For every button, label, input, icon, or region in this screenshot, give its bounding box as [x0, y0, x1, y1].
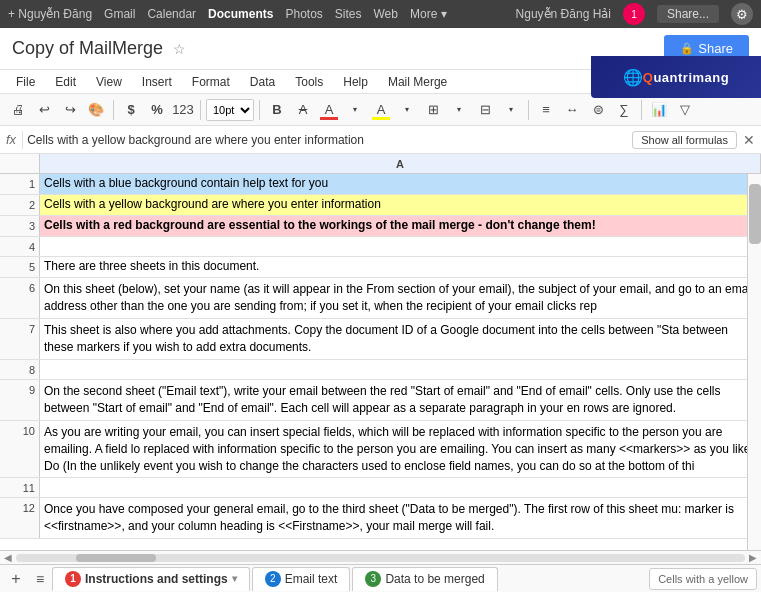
nav-web[interactable]: Web [374, 7, 398, 21]
nav-calendar[interactable]: Calendar [147, 7, 196, 21]
chart-icon[interactable]: 📊 [647, 98, 671, 122]
hscroll-track[interactable] [16, 554, 745, 562]
cell-A12[interactable]: Once you have composed your general emai… [40, 498, 761, 538]
merge-cells-icon[interactable]: ⊟ [473, 98, 497, 122]
menu-edit[interactable]: Edit [47, 73, 84, 91]
cell-A11[interactable] [40, 478, 761, 497]
nav-photos[interactable]: Photos [285, 7, 322, 21]
cell-A8[interactable] [40, 360, 761, 379]
nav-user[interactable]: + Nguyễn Đăng [8, 7, 92, 21]
formula-content[interactable]: Cells with a yellow background are where… [22, 131, 626, 149]
nav-sites[interactable]: Sites [335, 7, 362, 21]
nav-username[interactable]: Nguyễn Đăng Hải [516, 7, 611, 21]
percent-icon[interactable]: % [145, 98, 169, 122]
filter-icon[interactable]: ▽ [673, 98, 697, 122]
menu-format[interactable]: Format [184, 73, 238, 91]
functions-icon[interactable]: ∑ [612, 98, 636, 122]
row-number-3: 3 [0, 216, 40, 236]
menu-view[interactable]: View [88, 73, 130, 91]
star-icon[interactable]: ☆ [173, 41, 186, 57]
logo-icon: 🌐 [623, 68, 643, 87]
horizontal-scrollbar[interactable]: ◀ ▶ [0, 550, 761, 564]
cell-A7[interactable]: This sheet is also where you add attachm… [40, 319, 761, 359]
menu-data[interactable]: Data [242, 73, 283, 91]
spreadsheet-area: A 1 Cells with a blue background contain… [0, 154, 761, 592]
sheet-tab-label-2: Email text [285, 572, 338, 586]
sheet-tab-3[interactable]: 3 Data to be merged [352, 567, 497, 591]
undo-icon[interactable]: ↩ [32, 98, 56, 122]
title-bar: Copy of MailMerge ☆ 🌐 Quantrimang 🔒 Shar… [0, 28, 761, 70]
align-icon[interactable]: ⊜ [586, 98, 610, 122]
document-title[interactable]: Copy of MailMerge [12, 38, 163, 59]
paint-format-icon[interactable]: 🎨 [84, 98, 108, 122]
font-color-icon[interactable]: A [317, 98, 341, 122]
menu-help[interactable]: Help [335, 73, 376, 91]
cell-A6[interactable]: On this sheet (below), set your name (as… [40, 278, 761, 318]
format-123[interactable]: 123 [171, 98, 195, 122]
sheet-tab-num-1: 1 [65, 571, 81, 587]
row-number-7: 7 [0, 319, 40, 359]
share-top-button[interactable]: Share... [657, 5, 719, 23]
add-sheet-button[interactable]: + [4, 567, 28, 591]
table-row: 5 There are three sheets in this documen… [0, 257, 761, 278]
row-num-header [0, 154, 40, 173]
sheet-tab-1[interactable]: 1 Instructions and settings ▾ [52, 567, 250, 591]
table-row: 2 Cells with a yellow background are whe… [0, 195, 761, 216]
menu-tools[interactable]: Tools [287, 73, 331, 91]
row-number-8: 8 [0, 360, 40, 379]
font-size-select[interactable]: 10pt [206, 99, 254, 121]
menu-file[interactable]: File [8, 73, 43, 91]
table-row: 7 This sheet is also where you add attac… [0, 319, 761, 360]
nav-gmail[interactable]: Gmail [104, 7, 135, 21]
toolbar: 🖨 ↩ ↪ 🎨 $ % 123 10pt B A A ▾ A ▾ ⊞ ▾ ⊟ ▾… [0, 94, 761, 126]
redo-icon[interactable]: ↪ [58, 98, 82, 122]
sheet-menu-icon[interactable]: ≡ [28, 567, 52, 591]
lock-icon: 🔒 [680, 42, 694, 55]
top-navigation: + Nguyễn Đăng Gmail Calendar Documents P… [0, 0, 761, 28]
sheet-tab-2[interactable]: 2 Email text [252, 567, 351, 591]
col-header-A[interactable]: A [40, 154, 761, 173]
row-number-10: 10 [0, 421, 40, 477]
row-number-11: 11 [0, 478, 40, 497]
wrap-text-icon[interactable]: ↔ [560, 98, 584, 122]
show-formulas-button[interactable]: Show all formulas [632, 131, 737, 149]
sheet-tab-arrow-1[interactable]: ▾ [232, 573, 237, 584]
vscroll-thumb[interactable] [749, 184, 761, 244]
chevron-borders[interactable]: ▾ [447, 98, 471, 122]
chevron-merge[interactable]: ▾ [499, 98, 523, 122]
bold-icon[interactable]: B [265, 98, 289, 122]
table-row: 3 Cells with a red background are essent… [0, 216, 761, 237]
currency-icon[interactable]: $ [119, 98, 143, 122]
nav-more[interactable]: More ▾ [410, 7, 447, 21]
highlight-color-icon[interactable]: A [369, 98, 393, 122]
settings-icon[interactable]: ⚙ [731, 3, 753, 25]
cell-A4[interactable] [40, 237, 761, 256]
table-row: 1 Cells with a blue background contain h… [0, 174, 761, 195]
table-row: 12 Once you have composed your general e… [0, 498, 761, 539]
toolbar-separator-2 [200, 100, 201, 120]
menu-mailmerge[interactable]: Mail Merge [380, 73, 455, 91]
cell-A9[interactable]: On the second sheet ("Email text"), writ… [40, 380, 761, 420]
column-headers: A [0, 154, 761, 174]
menu-insert[interactable]: Insert [134, 73, 180, 91]
borders-icon[interactable]: ⊞ [421, 98, 445, 122]
cell-A10[interactable]: As you are writing your email, you can i… [40, 421, 761, 477]
close-formula-icon[interactable]: ✕ [743, 132, 755, 148]
cell-A1[interactable]: Cells with a blue background contain hel… [40, 174, 761, 194]
nav-documents[interactable]: Documents [208, 7, 273, 21]
logo-text: Quantrimang [643, 70, 729, 85]
cell-A2[interactable]: Cells with a yellow background are where… [40, 195, 761, 215]
cell-A5[interactable]: There are three sheets in this document. [40, 257, 761, 277]
notification-badge[interactable]: 1 [623, 3, 645, 25]
vertical-scrollbar[interactable] [747, 174, 761, 550]
toolbar-separator-4 [528, 100, 529, 120]
align-left-icon[interactable]: ≡ [534, 98, 558, 122]
strikethrough-icon[interactable]: A [291, 98, 315, 122]
formula-bar: fx Cells with a yellow background are wh… [0, 126, 761, 154]
print-icon[interactable]: 🖨 [6, 98, 30, 122]
row-number-2: 2 [0, 195, 40, 215]
chevron-highlight[interactable]: ▾ [395, 98, 419, 122]
hscroll-thumb[interactable] [76, 554, 156, 562]
chevron-font-color[interactable]: ▾ [343, 98, 367, 122]
cell-A3[interactable]: Cells with a red background are essentia… [40, 216, 761, 236]
